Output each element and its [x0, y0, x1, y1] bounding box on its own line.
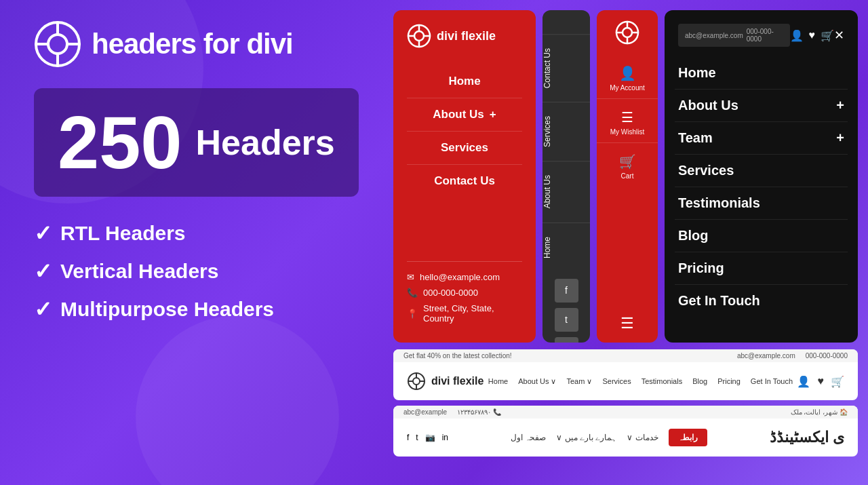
heart-icon[interactable]: ♥: [809, 29, 816, 41]
icon-nav-wishlist[interactable]: ☰ My Wishlist: [597, 102, 658, 143]
rtl-nav-services[interactable]: خدمات ∨: [627, 433, 658, 442]
check-icon-3: ✓: [34, 296, 52, 322]
red-card-brand: divi flexile: [407, 24, 522, 48]
red-nav-home[interactable]: Home: [407, 65, 522, 98]
svg-point-1: [48, 35, 67, 54]
email-icon: ✉: [407, 272, 414, 282]
rtl-instagram-icon[interactable]: 📷: [425, 433, 435, 442]
dark-nav-home[interactable]: Home: [542, 222, 590, 272]
check-icon: ✓: [34, 220, 52, 246]
rtl-nav-about[interactable]: ہمارے بارے میں ∨: [556, 433, 616, 442]
rtl-facebook-icon[interactable]: f: [407, 433, 409, 442]
white-topbar-right: abc@example.com 000-000-0000: [737, 352, 848, 360]
red-nav-about[interactable]: About Us +: [407, 98, 522, 132]
black-header-phone: 000-000-0000: [747, 28, 783, 43]
black-nav-pricing-label: Pricing: [678, 260, 724, 276]
rtl-header-preview: 🏠 شهر، ایالت، ملک 📞 ۱۲۳۴۵۶۷۸۹۰ abc@examp…: [393, 406, 858, 457]
hamburger-icon[interactable]: ☰: [620, 315, 634, 332]
red-card-contact: ✉ hello@example.com 📞 000-000-0000 📍 Str…: [407, 261, 522, 329]
black-nav-getintouch-label: Get In Touch: [678, 293, 760, 309]
top-previews: divi flexile Home About Us + Services Co…: [393, 10, 858, 343]
white-nav-icons: 👤 ♥ 🛒: [797, 375, 844, 388]
black-nav-about[interactable]: About Us +: [675, 90, 848, 122]
dark-nav-about[interactable]: About Us: [542, 161, 590, 222]
white-nav-getintouch[interactable]: Get In Touch: [751, 377, 793, 386]
logo-area: headers for divi: [34, 20, 400, 68]
rtl-nav-home[interactable]: صفحہ اول: [511, 433, 546, 442]
black-nav-pricing[interactable]: Pricing: [675, 252, 848, 285]
white-user-icon[interactable]: 👤: [797, 375, 810, 388]
dark-social-icons: f t in: [555, 272, 578, 343]
account-label: My Account: [610, 84, 645, 92]
red-icon-card: 👤 My Account ☰ My Wishlist 🛒 Cart ☰: [597, 10, 658, 343]
white-nav-about[interactable]: About Us ∨: [518, 377, 556, 386]
red-card-logo-icon: [407, 24, 431, 48]
facebook-icon[interactable]: f: [555, 279, 578, 303]
plus-icon-about: +: [836, 98, 844, 113]
black-card-header: abc@example.com 000-000-0000 👤 ♥ 🛒 ✕: [675, 20, 848, 54]
cart-label: Cart: [621, 172, 634, 180]
linkedin-icon[interactable]: in: [555, 337, 578, 343]
black-dropdown-card: abc@example.com 000-000-0000 👤 ♥ 🛒 ✕ Hom…: [665, 10, 858, 343]
red-card-nav: Home About Us + Services Contact Us: [407, 65, 522, 251]
rtl-header-main: ی ایکسٹینڈڈ رابطہ خدمات ∨ ہمارے بارے میں…: [393, 419, 858, 457]
rtl-twitter-icon[interactable]: t: [416, 433, 418, 442]
counter-label: Headers: [196, 122, 335, 163]
white-header-preview: Get flat 40% on the latest collection! a…: [393, 349, 858, 400]
bottom-previews: Get flat 40% on the latest collection! a…: [393, 349, 858, 475]
dark-vertical-nav: Contact Us Services About Us Home: [542, 34, 590, 272]
black-nav-home[interactable]: Home: [675, 57, 848, 90]
rtl-linkedin-icon[interactable]: in: [442, 433, 448, 442]
dark-nav-services[interactable]: Services: [542, 102, 590, 161]
rtl-cta-button[interactable]: رابطہ: [669, 429, 707, 446]
rtl-nav-area: رابطہ خدمات ∨ ہمارے بارے میں ∨ صفحہ اول: [511, 429, 707, 446]
red-card-address: 📍 Street, City, State, Country: [407, 303, 522, 324]
icon-nav-account[interactable]: 👤 My Account: [597, 58, 658, 99]
black-header-bar: abc@example.com 000-000-0000: [678, 24, 790, 47]
red-nav-services[interactable]: Services: [407, 132, 522, 165]
rtl-top-bar: 🏠 شهر، ایالت، ملک 📞 ۱۲۳۴۵۶۷۸۹۰ abc@examp…: [393, 406, 858, 419]
white-brand: divi flexile: [407, 372, 484, 391]
red-nav-contact[interactable]: Contact Us: [407, 165, 522, 197]
white-nav-pricing[interactable]: Pricing: [717, 377, 741, 386]
wishlist-icon: ☰: [621, 109, 633, 125]
icon-nav-cart[interactable]: 🛒 Cart: [597, 147, 658, 187]
rtl-topbar-email: abc@example: [403, 408, 447, 416]
white-heart-icon[interactable]: ♥: [817, 375, 824, 388]
white-topbar-email: abc@example.com: [737, 352, 795, 360]
dark-vertical-card: Contact Us Services About Us Home f t in: [542, 10, 590, 343]
white-nav-home[interactable]: Home: [488, 377, 508, 386]
right-section: divi flexile Home About Us + Services Co…: [393, 0, 868, 485]
close-icon[interactable]: ✕: [834, 28, 844, 43]
wishlist-label: My Wishlist: [610, 128, 645, 136]
black-nav-testimonials[interactable]: Testimonials: [675, 187, 848, 220]
user-icon[interactable]: 👤: [790, 29, 804, 42]
white-nav-team[interactable]: Team ∨: [567, 377, 593, 386]
white-nav-testimonials[interactable]: Testimonials: [642, 377, 683, 386]
feature-label-rtl: RTL Headers: [60, 222, 186, 245]
black-nav-getintouch[interactable]: Get In Touch: [675, 285, 848, 317]
white-nav-blog[interactable]: Blog: [692, 377, 707, 386]
feature-item-rtl: ✓ RTL Headers: [34, 220, 400, 246]
black-nav-services[interactable]: Services: [675, 155, 848, 187]
dark-nav-contact-us[interactable]: Contact Us: [542, 34, 590, 102]
counter-number: 250: [58, 105, 182, 180]
black-nav-team[interactable]: Team +: [675, 122, 848, 155]
white-cart-icon[interactable]: 🛒: [831, 375, 844, 388]
white-nav-services[interactable]: Services: [602, 377, 631, 386]
svg-point-7: [414, 31, 424, 41]
plus-icon-team: +: [836, 130, 844, 146]
feature-label-vertical: Vertical Headers: [60, 260, 218, 283]
cart-icon-black[interactable]: 🛒: [821, 29, 834, 42]
twitter-icon[interactable]: t: [555, 308, 578, 332]
black-nav-services-label: Services: [678, 163, 734, 178]
feature-item-vertical: ✓ Vertical Headers: [34, 258, 400, 284]
white-topbar-phone: 000-000-0000: [806, 352, 848, 360]
svg-point-19: [623, 28, 632, 37]
feature-list: ✓ RTL Headers ✓ Vertical Headers ✓ Multi…: [34, 220, 400, 322]
white-brand-name: divi flexile: [431, 375, 484, 387]
feature-item-multipurpose: ✓ Multipurpose Headers: [34, 296, 400, 322]
black-nav-blog[interactable]: Blog: [675, 220, 848, 252]
black-nav-home-label: Home: [678, 65, 716, 81]
logo-text: headers for divi: [92, 28, 293, 60]
